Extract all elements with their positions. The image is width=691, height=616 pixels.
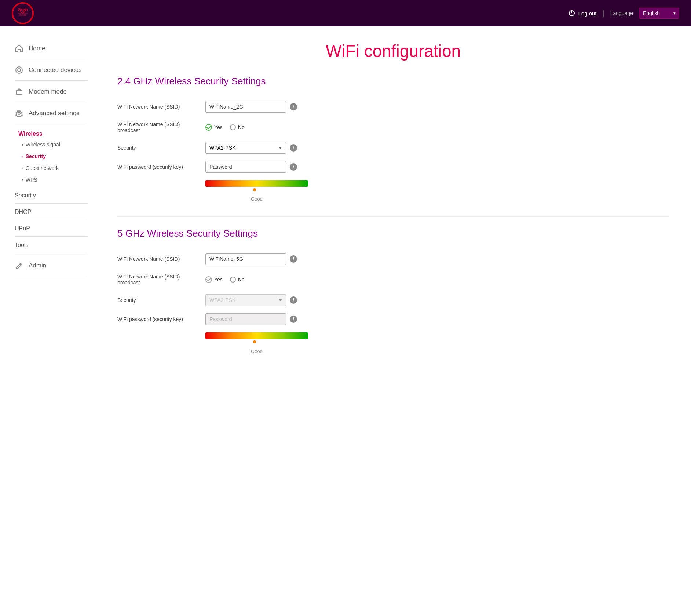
strength-dot-5 [253,340,256,343]
submenu-guest-network[interactable]: › Guest network [22,162,88,174]
submenu-wps-label: WPS [26,177,37,183]
control-broadcast-5: Yes No [205,269,669,291]
spacer-strength-24 [117,176,205,205]
chevron-icon-active: › [22,154,23,158]
section-24ghz: 2.4 GHz Wireless Security Settings WiFi … [117,76,669,205]
select-wrapper-24: WPA2-PSK WPA-PSK WEP None [205,142,286,154]
power-icon [568,10,575,17]
info-icon-security-24[interactable]: i [290,144,297,152]
select-security-5[interactable]: WPA2-PSK WPA-PSK WEP None [205,294,286,306]
gear-icon [15,109,23,118]
control-password-24: i [205,157,669,176]
strength-section-5: Good [205,329,669,358]
no-label-24: No [238,124,245,130]
radio-no-5[interactable]: No [230,277,245,283]
wireless-section: Wireless › Wireless signal › Security › … [15,124,88,187]
spacer-strength-5 [117,329,205,358]
chevron-icon: › [22,142,23,147]
strength-bar-5 [205,332,308,339]
radio-no-24[interactable]: No [230,124,245,130]
virgin-media-logo-svg: Virgin media [12,3,33,23]
sidebar-item-upnp[interactable]: UPnP [15,220,88,237]
yes-label-24: Yes [214,124,223,130]
sidebar-item-tools[interactable]: Tools [15,237,88,253]
language-select[interactable]: English Welsh Irish [639,8,679,19]
radio-group-broadcast-5: Yes No [205,276,245,283]
language-selector-wrapper: English Welsh Irish [639,8,679,19]
sidebar-item-security-flat[interactable]: Security [15,187,88,204]
strength-bar-24 [205,180,308,187]
radio-group-broadcast-24: Yes No [205,124,245,131]
submenu-wireless-signal[interactable]: › Wireless signal [22,139,88,150]
sidebar-item-connected-devices[interactable]: Connected devices [15,59,88,81]
tools-label: Tools [15,242,28,248]
form-5ghz: WiFi Network Name (SSID) i WiFi Network … [117,249,669,358]
label-security-5: Security [117,291,205,310]
svg-text:media: media [19,14,26,16]
radio-circle-no-5 [230,277,236,283]
sidebar-connected-devices-label: Connected devices [29,66,82,74]
svg-text:Virgin: Virgin [18,8,28,12]
section-24ghz-title: 2.4 GHz Wireless Security Settings [117,76,669,87]
logo-circle: Virgin media [12,2,34,24]
input-ssid-5[interactable] [205,253,286,265]
sidebar-item-modem-mode[interactable]: Modem mode [15,81,88,102]
label-ssid-24: WiFi Network Name (SSID) [117,97,205,116]
sidebar-item-advanced-settings[interactable]: Advanced settings [15,102,88,124]
admin-label: Admin [29,262,46,269]
language-label: Language [610,10,633,16]
radio-yes-5[interactable]: Yes [205,276,223,283]
wireless-label: Wireless [18,127,88,139]
select-security-24[interactable]: WPA2-PSK WPA-PSK WEP None [205,142,286,154]
control-broadcast-24: Yes No [205,116,669,138]
logo: Virgin media [12,2,34,24]
sidebar-item-dhcp[interactable]: DHCP [15,204,88,220]
strength-label-24: Good [205,196,308,202]
input-ssid-24[interactable] [205,101,286,113]
submenu-security[interactable]: › Security [22,150,88,162]
sidebar-modem-mode-label: Modem mode [29,88,67,95]
radio-circle-no-24 [230,124,236,130]
yes-label-5: Yes [214,277,223,283]
checkmark-yes-5 [205,276,212,283]
radio-yes-24[interactable]: Yes [205,124,223,131]
sidebar-item-admin[interactable]: Admin [15,255,88,276]
select-wrapper-5: WPA2-PSK WPA-PSK WEP None [205,294,286,306]
strength-section-24: Good [205,176,669,205]
strength-indicator-24 [205,180,308,187]
info-icon-ssid-24[interactable]: i [290,103,297,110]
form-24ghz: WiFi Network Name (SSID) i WiFi Network … [117,97,669,205]
strength-dot-24 [253,188,256,191]
submenu-wps[interactable]: › WPS [22,174,88,186]
submenu-security-label: Security [26,153,46,159]
home-icon [15,44,23,53]
control-ssid-24: i [205,97,669,116]
input-password-5[interactable] [205,313,286,325]
svg-rect-10 [16,91,22,94]
header-right: Log out | Language English Welsh Irish [568,8,679,19]
sidebar-item-home[interactable]: Home [15,37,88,59]
input-password-24[interactable] [205,161,286,173]
upnp-label: UPnP [15,225,30,232]
control-security-24: WPA2-PSK WPA-PSK WEP None i [205,138,669,157]
logout-button[interactable]: Log out [568,10,596,17]
pencil-icon [15,261,23,270]
info-icon-password-5[interactable]: i [290,316,297,323]
sidebar: Home Connected devices [0,26,95,616]
info-icon-password-24[interactable]: i [290,163,297,171]
label-broadcast-5: WiFi Network Name (SSID) broadcast [117,269,205,291]
info-icon-security-5[interactable]: i [290,296,297,304]
dhcp-label: DHCP [15,209,31,215]
strength-indicator-5 [205,332,308,339]
label-password-5: WiFi password (security key) [117,310,205,329]
sidebar-home-label: Home [29,45,45,52]
chevron-icon-guest: › [22,166,23,170]
no-label-5: No [238,277,245,283]
svg-point-7 [18,69,21,72]
wireless-submenu: › Wireless signal › Security › Guest net… [18,139,88,186]
info-icon-ssid-5[interactable]: i [290,255,297,263]
header-divider: | [603,9,604,18]
label-password-24: WiFi password (security key) [117,157,205,176]
devices-icon [15,66,23,74]
chevron-icon-wps: › [22,178,23,182]
